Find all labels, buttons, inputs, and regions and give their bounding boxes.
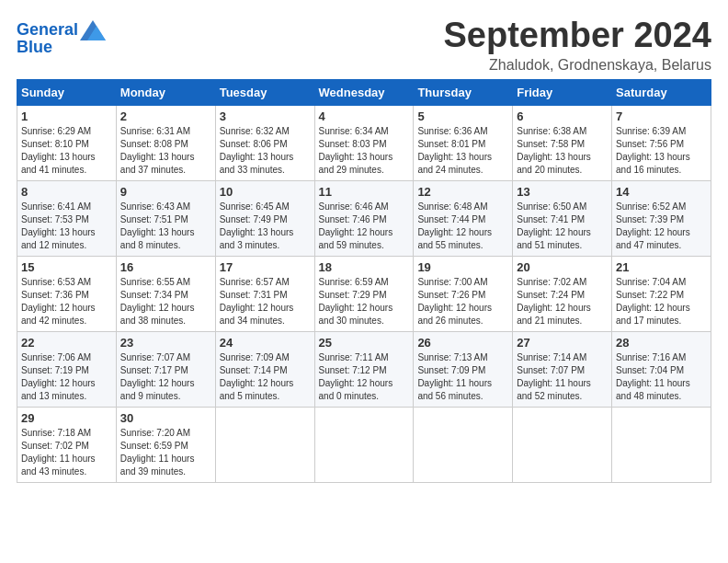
day-number: 27 bbox=[517, 336, 608, 350]
day-cell: 7Sunrise: 6:39 AM Sunset: 7:56 PM Daylig… bbox=[612, 105, 711, 180]
day-cell: 9Sunrise: 6:43 AM Sunset: 7:51 PM Daylig… bbox=[116, 180, 215, 256]
day-details: Sunrise: 6:38 AM Sunset: 7:58 PM Dayligh… bbox=[517, 125, 608, 177]
day-details: Sunrise: 6:36 AM Sunset: 8:01 PM Dayligh… bbox=[417, 125, 508, 177]
day-cell bbox=[414, 407, 513, 482]
weekday-sunday: Sunday bbox=[17, 79, 117, 105]
day-cell: 3Sunrise: 6:32 AM Sunset: 8:06 PM Daylig… bbox=[215, 105, 314, 180]
day-cell: 2Sunrise: 6:31 AM Sunset: 8:08 PM Daylig… bbox=[116, 105, 215, 180]
day-details: Sunrise: 6:32 AM Sunset: 8:06 PM Dayligh… bbox=[220, 125, 311, 177]
weekday-monday: Monday bbox=[116, 79, 215, 105]
header: General Blue September 2024 Zhaludok, Gr… bbox=[17, 17, 711, 74]
weekday-header-row: SundayMondayTuesdayWednesdayThursdayFrid… bbox=[17, 79, 711, 105]
day-number: 17 bbox=[220, 260, 311, 274]
day-cell bbox=[612, 407, 711, 482]
week-row-1: 1Sunrise: 6:29 AM Sunset: 8:10 PM Daylig… bbox=[17, 105, 711, 180]
day-details: Sunrise: 7:02 AM Sunset: 7:24 PM Dayligh… bbox=[517, 276, 608, 327]
calendar-table: SundayMondayTuesdayWednesdayThursdayFrid… bbox=[17, 79, 711, 483]
day-number: 14 bbox=[616, 185, 707, 199]
day-cell: 14Sunrise: 6:52 AM Sunset: 7:39 PM Dayli… bbox=[612, 180, 711, 256]
weekday-tuesday: Tuesday bbox=[215, 79, 314, 105]
day-cell: 23Sunrise: 7:07 AM Sunset: 7:17 PM Dayli… bbox=[116, 331, 215, 407]
day-details: Sunrise: 6:34 AM Sunset: 8:03 PM Dayligh… bbox=[319, 125, 410, 177]
day-details: Sunrise: 7:04 AM Sunset: 7:22 PM Dayligh… bbox=[616, 276, 707, 327]
day-cell: 22Sunrise: 7:06 AM Sunset: 7:19 PM Dayli… bbox=[17, 331, 117, 407]
day-details: Sunrise: 7:11 AM Sunset: 7:12 PM Dayligh… bbox=[319, 351, 410, 403]
day-cell: 24Sunrise: 7:09 AM Sunset: 7:14 PM Dayli… bbox=[215, 331, 314, 407]
week-row-3: 15Sunrise: 6:53 AM Sunset: 7:36 PM Dayli… bbox=[17, 256, 711, 331]
day-details: Sunrise: 7:18 AM Sunset: 7:02 PM Dayligh… bbox=[21, 427, 112, 478]
day-cell: 13Sunrise: 6:50 AM Sunset: 7:41 PM Dayli… bbox=[513, 180, 612, 256]
week-row-2: 8Sunrise: 6:41 AM Sunset: 7:53 PM Daylig… bbox=[17, 180, 711, 256]
day-number: 26 bbox=[417, 336, 508, 350]
day-number: 23 bbox=[120, 336, 211, 350]
day-number: 8 bbox=[21, 185, 112, 199]
day-cell bbox=[215, 407, 314, 482]
day-number: 20 bbox=[517, 260, 608, 274]
day-number: 3 bbox=[220, 109, 311, 123]
day-number: 6 bbox=[517, 109, 608, 123]
day-number: 21 bbox=[616, 260, 707, 274]
day-number: 12 bbox=[417, 185, 508, 199]
day-number: 4 bbox=[319, 109, 410, 123]
day-number: 16 bbox=[120, 260, 211, 274]
day-cell: 12Sunrise: 6:48 AM Sunset: 7:44 PM Dayli… bbox=[414, 180, 513, 256]
day-number: 22 bbox=[21, 336, 112, 350]
day-cell: 5Sunrise: 6:36 AM Sunset: 8:01 PM Daylig… bbox=[414, 105, 513, 180]
weekday-thursday: Thursday bbox=[414, 79, 513, 105]
day-number: 11 bbox=[319, 185, 410, 199]
day-number: 30 bbox=[120, 411, 211, 425]
day-cell: 28Sunrise: 7:16 AM Sunset: 7:04 PM Dayli… bbox=[612, 331, 711, 407]
day-details: Sunrise: 7:20 AM Sunset: 6:59 PM Dayligh… bbox=[120, 427, 211, 478]
week-row-4: 22Sunrise: 7:06 AM Sunset: 7:19 PM Dayli… bbox=[17, 331, 711, 407]
day-number: 19 bbox=[417, 260, 508, 274]
day-details: Sunrise: 6:52 AM Sunset: 7:39 PM Dayligh… bbox=[616, 201, 707, 252]
week-row-5: 29Sunrise: 7:18 AM Sunset: 7:02 PM Dayli… bbox=[17, 407, 711, 482]
day-details: Sunrise: 6:55 AM Sunset: 7:34 PM Dayligh… bbox=[120, 276, 211, 327]
day-details: Sunrise: 6:59 AM Sunset: 7:29 PM Dayligh… bbox=[319, 276, 410, 327]
day-details: Sunrise: 6:39 AM Sunset: 7:56 PM Dayligh… bbox=[616, 125, 707, 177]
day-number: 1 bbox=[21, 109, 112, 123]
logo-text2: Blue bbox=[17, 39, 106, 57]
day-number: 9 bbox=[120, 185, 211, 199]
day-details: Sunrise: 6:31 AM Sunset: 8:08 PM Dayligh… bbox=[120, 125, 211, 177]
logo-text: General bbox=[17, 21, 78, 40]
day-number: 18 bbox=[319, 260, 410, 274]
day-details: Sunrise: 7:13 AM Sunset: 7:09 PM Dayligh… bbox=[417, 351, 508, 403]
month-title: September 2024 bbox=[444, 17, 712, 55]
day-number: 25 bbox=[319, 336, 410, 350]
day-number: 10 bbox=[220, 185, 311, 199]
day-cell: 1Sunrise: 6:29 AM Sunset: 8:10 PM Daylig… bbox=[17, 105, 117, 180]
day-details: Sunrise: 7:14 AM Sunset: 7:07 PM Dayligh… bbox=[517, 351, 608, 403]
day-details: Sunrise: 7:06 AM Sunset: 7:19 PM Dayligh… bbox=[21, 351, 112, 403]
day-details: Sunrise: 6:48 AM Sunset: 7:44 PM Dayligh… bbox=[417, 201, 508, 252]
day-cell: 19Sunrise: 7:00 AM Sunset: 7:26 PM Dayli… bbox=[414, 256, 513, 331]
day-cell: 11Sunrise: 6:46 AM Sunset: 7:46 PM Dayli… bbox=[314, 180, 414, 256]
day-details: Sunrise: 7:09 AM Sunset: 7:14 PM Dayligh… bbox=[220, 351, 311, 403]
day-cell: 25Sunrise: 7:11 AM Sunset: 7:12 PM Dayli… bbox=[314, 331, 414, 407]
day-cell: 17Sunrise: 6:57 AM Sunset: 7:31 PM Dayli… bbox=[215, 256, 314, 331]
location: Zhaludok, Grodnenskaya, Belarus bbox=[444, 57, 712, 74]
day-cell: 10Sunrise: 6:45 AM Sunset: 7:49 PM Dayli… bbox=[215, 180, 314, 256]
day-cell: 26Sunrise: 7:13 AM Sunset: 7:09 PM Dayli… bbox=[414, 331, 513, 407]
calendar-page: General Blue September 2024 Zhaludok, Gr… bbox=[0, 0, 728, 563]
day-details: Sunrise: 6:46 AM Sunset: 7:46 PM Dayligh… bbox=[319, 201, 410, 252]
day-number: 29 bbox=[21, 411, 112, 425]
day-cell: 6Sunrise: 6:38 AM Sunset: 7:58 PM Daylig… bbox=[513, 105, 612, 180]
day-cell: 4Sunrise: 6:34 AM Sunset: 8:03 PM Daylig… bbox=[314, 105, 414, 180]
day-details: Sunrise: 7:00 AM Sunset: 7:26 PM Dayligh… bbox=[417, 276, 508, 327]
weekday-friday: Friday bbox=[513, 79, 612, 105]
weekday-saturday: Saturday bbox=[612, 79, 711, 105]
title-block: September 2024 Zhaludok, Grodnenskaya, B… bbox=[444, 17, 712, 74]
day-cell: 30Sunrise: 7:20 AM Sunset: 6:59 PM Dayli… bbox=[116, 407, 215, 482]
day-details: Sunrise: 7:16 AM Sunset: 7:04 PM Dayligh… bbox=[616, 351, 707, 403]
day-number: 28 bbox=[616, 336, 707, 350]
day-details: Sunrise: 7:07 AM Sunset: 7:17 PM Dayligh… bbox=[120, 351, 211, 403]
day-cell: 8Sunrise: 6:41 AM Sunset: 7:53 PM Daylig… bbox=[17, 180, 117, 256]
day-details: Sunrise: 6:29 AM Sunset: 8:10 PM Dayligh… bbox=[21, 125, 112, 177]
day-number: 5 bbox=[417, 109, 508, 123]
day-number: 7 bbox=[616, 109, 707, 123]
day-cell bbox=[314, 407, 414, 482]
day-cell: 16Sunrise: 6:55 AM Sunset: 7:34 PM Dayli… bbox=[116, 256, 215, 331]
weekday-wednesday: Wednesday bbox=[314, 79, 414, 105]
day-number: 13 bbox=[517, 185, 608, 199]
